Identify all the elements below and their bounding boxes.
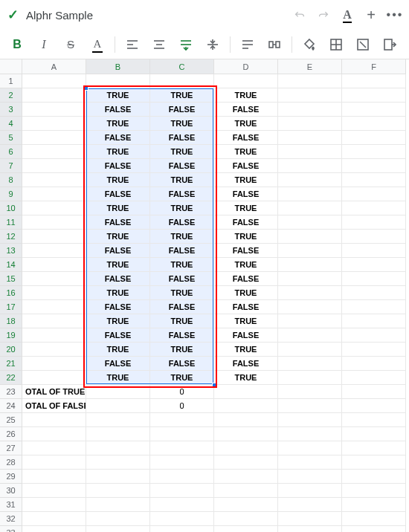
cell-E30[interactable] — [278, 484, 342, 498]
cell-F14[interactable] — [342, 258, 406, 272]
cell-E29[interactable] — [278, 470, 342, 484]
cell-B14[interactable]: TRUE — [86, 258, 150, 272]
cell-C14[interactable]: TRUE — [150, 258, 214, 272]
cell-C7[interactable]: FALSE — [150, 159, 214, 173]
row-header-13[interactable]: 13 — [0, 244, 22, 258]
column-header-D[interactable]: D — [214, 59, 278, 74]
cell-F24[interactable] — [342, 399, 406, 413]
cell-D4[interactable]: TRUE — [214, 117, 278, 131]
row-header-3[interactable]: 3 — [0, 103, 22, 117]
row-header-10[interactable]: 10 — [0, 201, 22, 215]
cell-D15[interactable]: FALSE — [214, 272, 278, 286]
cell-E15[interactable] — [278, 272, 342, 286]
cell-D32[interactable] — [214, 512, 278, 526]
row-header-6[interactable]: 6 — [0, 145, 22, 159]
cell-F7[interactable] — [342, 159, 406, 173]
cell-B23[interactable] — [86, 385, 150, 399]
add-icon[interactable]: + — [364, 8, 378, 22]
row-header-4[interactable]: 4 — [0, 117, 22, 131]
fill-color-button[interactable] — [298, 33, 321, 56]
cell-F33[interactable] — [342, 526, 406, 532]
cell-A5[interactable] — [22, 131, 86, 145]
cell-D29[interactable] — [214, 470, 278, 484]
cell-F13[interactable] — [342, 244, 406, 258]
cell-D10[interactable]: TRUE — [214, 201, 278, 215]
cell-A24[interactable]: OTAL OF FALSE — [22, 399, 86, 413]
cell-A8[interactable] — [22, 173, 86, 187]
row-header-22[interactable]: 22 — [0, 371, 22, 385]
cell-D3[interactable]: FALSE — [214, 103, 278, 117]
cell-C19[interactable]: FALSE — [150, 328, 214, 343]
cell-E33[interactable] — [278, 526, 342, 532]
column-header-F[interactable]: F — [342, 59, 406, 74]
row-header-24[interactable]: 24 — [0, 399, 22, 413]
cell-D18[interactable]: TRUE — [214, 314, 278, 328]
cell-F25[interactable] — [342, 413, 406, 427]
cell-E25[interactable] — [278, 413, 342, 427]
cell-A3[interactable] — [22, 103, 86, 117]
cell-A9[interactable] — [22, 187, 86, 201]
clear-format-button[interactable] — [352, 33, 374, 56]
cell-D19[interactable]: FALSE — [214, 328, 278, 343]
cell-C5[interactable]: FALSE — [150, 131, 214, 145]
cell-A30[interactable] — [22, 484, 86, 498]
cell-D27[interactable] — [214, 441, 278, 455]
row-header-21[interactable]: 21 — [0, 357, 22, 371]
cell-C8[interactable]: TRUE — [150, 173, 214, 187]
row-header-19[interactable]: 19 — [0, 328, 22, 343]
cell-D7[interactable]: FALSE — [214, 159, 278, 173]
cell-B32[interactable] — [86, 512, 150, 526]
cell-C15[interactable]: FALSE — [150, 272, 214, 286]
cell-E11[interactable] — [278, 215, 342, 230]
cell-C23[interactable]: 0 — [150, 385, 214, 399]
cell-A4[interactable] — [22, 117, 86, 131]
cell-B26[interactable] — [86, 427, 150, 441]
redo-icon[interactable] — [317, 8, 330, 22]
cell-A1[interactable] — [22, 74, 86, 88]
cell-B2[interactable]: TRUE — [86, 88, 150, 103]
column-header-E[interactable]: E — [278, 59, 342, 74]
cell-A29[interactable] — [22, 470, 86, 484]
cell-B7[interactable]: FALSE — [86, 159, 150, 173]
cell-D8[interactable]: TRUE — [214, 173, 278, 187]
cell-B10[interactable]: TRUE — [86, 201, 150, 215]
cell-C21[interactable]: FALSE — [150, 357, 214, 371]
cell-D1[interactable] — [214, 74, 278, 88]
cell-B17[interactable]: FALSE — [86, 300, 150, 314]
row-header-5[interactable]: 5 — [0, 131, 22, 145]
cell-E13[interactable] — [278, 244, 342, 258]
cell-B18[interactable]: TRUE — [86, 314, 150, 328]
row-header-33[interactable]: 33 — [0, 526, 22, 532]
cell-F21[interactable] — [342, 357, 406, 371]
row-header-9[interactable]: 9 — [0, 187, 22, 201]
cell-B15[interactable]: FALSE — [86, 272, 150, 286]
cell-B24[interactable] — [86, 399, 150, 413]
cell-D26[interactable] — [214, 427, 278, 441]
cell-E27[interactable] — [278, 441, 342, 455]
cell-F3[interactable] — [342, 103, 406, 117]
cell-A22[interactable] — [22, 371, 86, 385]
cell-E31[interactable] — [278, 498, 342, 512]
cell-E18[interactable] — [278, 314, 342, 328]
cell-F19[interactable] — [342, 328, 406, 343]
cell-D24[interactable] — [214, 399, 278, 413]
row-header-1[interactable]: 1 — [0, 74, 22, 88]
cell-B13[interactable]: FALSE — [86, 244, 150, 258]
cell-A32[interactable] — [22, 512, 86, 526]
cell-A19[interactable] — [22, 328, 86, 343]
cell-E32[interactable] — [278, 512, 342, 526]
wrap-button[interactable] — [236, 33, 259, 56]
cell-B27[interactable] — [86, 441, 150, 455]
cell-A23[interactable]: OTAL OF TRUE: — [22, 385, 86, 399]
cell-A6[interactable] — [22, 145, 86, 159]
cell-A13[interactable] — [22, 244, 86, 258]
cell-B19[interactable]: FALSE — [86, 328, 150, 343]
cell-A26[interactable] — [22, 427, 86, 441]
cell-B21[interactable]: FALSE — [86, 357, 150, 371]
cell-E10[interactable] — [278, 201, 342, 215]
cell-F4[interactable] — [342, 117, 406, 131]
cell-F10[interactable] — [342, 201, 406, 215]
cell-A11[interactable] — [22, 215, 86, 230]
merge-button[interactable] — [263, 33, 286, 56]
undo-icon[interactable] — [293, 8, 306, 22]
